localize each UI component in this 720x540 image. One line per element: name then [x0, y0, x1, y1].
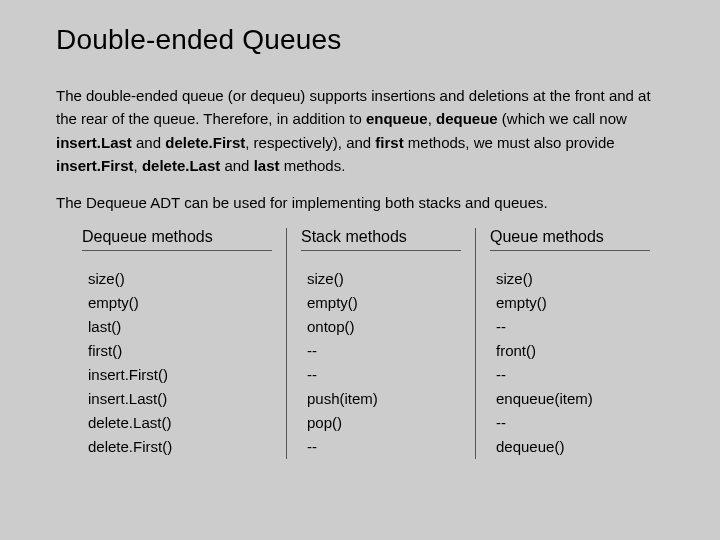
method-item: --: [307, 339, 461, 363]
method-item: push(item): [307, 387, 461, 411]
bold-delete-first: delete.First: [165, 134, 245, 151]
text: , respectively), and: [245, 134, 375, 151]
bold-delete-last: delete.Last: [142, 157, 220, 174]
text: and: [220, 157, 253, 174]
text: ,: [428, 110, 436, 127]
bold-first: first: [375, 134, 403, 151]
paragraph-1: The double-ended queue (or dequeu) suppo…: [56, 84, 664, 177]
column-queue: Queue methods size() empty() -- front() …: [475, 228, 664, 459]
column-header-stack: Stack methods: [301, 228, 461, 251]
bold-dequeue: dequeue: [436, 110, 498, 127]
method-item: --: [307, 435, 461, 459]
text: ,: [134, 157, 142, 174]
bold-insert-last: insert.Last: [56, 134, 132, 151]
methods-table: Dequeue methods size() empty() last() fi…: [68, 228, 664, 459]
method-item: size(): [88, 267, 272, 291]
method-item: delete.First(): [88, 435, 272, 459]
column-header-dequeue: Dequeue methods: [82, 228, 272, 251]
method-item: pop(): [307, 411, 461, 435]
method-item: delete.Last(): [88, 411, 272, 435]
bold-enqueue: enqueue: [366, 110, 428, 127]
column-dequeue: Dequeue methods size() empty() last() fi…: [68, 228, 286, 459]
method-item: --: [496, 315, 650, 339]
method-item: first(): [88, 339, 272, 363]
stack-methods: size() empty() ontop() -- -- push(item) …: [301, 267, 461, 459]
page-title: Double-ended Queues: [56, 24, 664, 56]
slide: Double-ended Queues The double-ended que…: [0, 0, 720, 489]
method-item: size(): [307, 267, 461, 291]
method-item: dequeue(): [496, 435, 650, 459]
text: (which we call now: [498, 110, 627, 127]
method-item: --: [307, 363, 461, 387]
method-item: insert.First(): [88, 363, 272, 387]
column-header-queue: Queue methods: [490, 228, 650, 251]
paragraph-2: The Dequeue ADT can be used for implemen…: [56, 191, 664, 214]
method-item: --: [496, 411, 650, 435]
method-item: empty(): [496, 291, 650, 315]
bold-last: last: [254, 157, 280, 174]
method-item: empty(): [307, 291, 461, 315]
queue-methods: size() empty() -- front() -- enqueue(ite…: [490, 267, 650, 459]
text: methods, we must also provide: [404, 134, 615, 151]
method-item: last(): [88, 315, 272, 339]
method-item: insert.Last(): [88, 387, 272, 411]
text: and: [132, 134, 165, 151]
method-item: --: [496, 363, 650, 387]
method-item: ontop(): [307, 315, 461, 339]
dequeue-methods: size() empty() last() first() insert.Fir…: [82, 267, 272, 459]
method-item: enqueue(item): [496, 387, 650, 411]
column-stack: Stack methods size() empty() ontop() -- …: [286, 228, 475, 459]
method-item: front(): [496, 339, 650, 363]
bold-insert-first: insert.First: [56, 157, 134, 174]
method-item: size(): [496, 267, 650, 291]
method-item: empty(): [88, 291, 272, 315]
text: methods.: [279, 157, 345, 174]
